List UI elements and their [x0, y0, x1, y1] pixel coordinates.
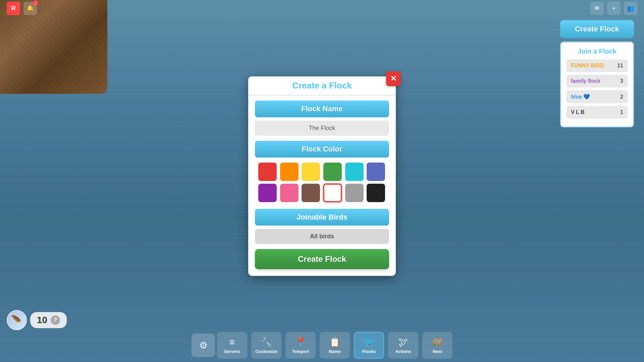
toolbar-item-teleport[interactable]: 📍Teleport: [285, 332, 316, 359]
flock-list-item[interactable]: blue 💙2: [566, 90, 628, 103]
join-flock-title: Join a Flock: [566, 48, 628, 55]
color-swatch-blue[interactable]: [367, 163, 385, 181]
toolbar-item-customize[interactable]: 🔧Customize: [251, 332, 281, 359]
color-swatch-black[interactable]: [367, 184, 385, 202]
joinable-birds-label: Joinable Birds: [255, 209, 389, 226]
toolbar-item-nest[interactable]: 🪺Nest: [422, 332, 452, 359]
color-swatch-purple[interactable]: [258, 184, 277, 202]
toolbar-items-container: ≡Servers🔧Customize📍Teleport📋Name🐦Flocks🕊…: [216, 332, 453, 359]
color-swatch-brown[interactable]: [302, 184, 320, 202]
flock-name-label: Flock Name: [255, 101, 389, 117]
flock-item-count: 2: [620, 94, 623, 100]
settings-toolbar-button[interactable]: ⚙: [192, 334, 215, 357]
feather-icon: 🪶: [7, 310, 27, 330]
toolbar-item-flocks[interactable]: 🐦Flocks: [354, 332, 384, 359]
color-swatch-white[interactable]: [323, 184, 342, 202]
score-bubble: 10 ?: [30, 312, 67, 328]
flock-item-count: 3: [620, 78, 623, 84]
toolbar-icon-name: 📋: [329, 337, 341, 348]
close-button[interactable]: ✕: [386, 71, 401, 86]
toolbar-label-teleport: Teleport: [292, 349, 309, 354]
top-left-icons: R 🔔 2: [7, 2, 37, 15]
toolbar-label-nest: Nest: [433, 349, 442, 354]
flock-list-item[interactable]: FUNNY BIRD11: [566, 59, 628, 72]
toolbar-icon-actions: 🕊: [398, 337, 408, 348]
notification-badge: 2: [33, 0, 38, 6]
flock-item-name: family flock: [571, 78, 600, 84]
toolbar-label-name: Name: [329, 349, 340, 354]
bottom-toolbar: ⚙ ≡Servers🔧Customize📍Teleport📋Name🐦Flock…: [0, 332, 644, 362]
help-button[interactable]: ?: [51, 315, 60, 325]
flock-list-item[interactable]: V L B1: [566, 106, 628, 119]
toolbar-icon-flocks: 🐦: [363, 337, 375, 348]
flock-list-item[interactable]: family flock3: [566, 75, 628, 87]
top-right-icons: 👁 + 👥: [590, 2, 637, 15]
toolbar-label-servers: Servers: [224, 349, 240, 354]
toolbar-icon-nest: 🪺: [432, 337, 443, 348]
add-icon-button[interactable]: +: [607, 2, 621, 15]
flock-color-label: Flock Color: [255, 141, 389, 158]
dialog-title: Create a Flock: [252, 80, 392, 91]
color-swatch-red[interactable]: [258, 163, 277, 181]
toolbar-icon-customize: 🔧: [261, 337, 272, 348]
flock-item-name: FUNNY BIRD: [571, 63, 604, 69]
flock-item-count: 1: [620, 109, 623, 115]
toolbar-item-servers[interactable]: ≡Servers: [217, 332, 247, 359]
people-icon-button[interactable]: 👥: [624, 2, 637, 15]
score-number: 10: [37, 315, 47, 325]
toolbar-item-actions[interactable]: 🕊Actions: [388, 332, 418, 359]
color-swatch-gray[interactable]: [345, 184, 364, 202]
flock-name-input[interactable]: [255, 121, 389, 136]
toolbar-icon-servers: ≡: [229, 337, 235, 348]
roblox-logo[interactable]: R: [7, 2, 20, 15]
notification-button[interactable]: 🔔 2: [23, 2, 37, 15]
right-panel: Create Flock Join a Flock FUNNY BIRD11fa…: [560, 20, 634, 127]
toolbar-label-flocks: Flocks: [362, 349, 376, 354]
create-flock-top-button[interactable]: Create Flock: [560, 20, 634, 38]
color-grid: [255, 161, 389, 204]
dialog-overlay: ✕ Create a Flock Flock Name Flock Color …: [0, 17, 644, 335]
player-score-area: 🪶 10 ?: [7, 310, 67, 330]
join-flock-panel: Join a Flock FUNNY BIRD11family flock3bl…: [560, 42, 634, 127]
top-bar: R 🔔 2 👁 + 👥: [0, 0, 644, 17]
toolbar-label-customize: Customize: [255, 349, 277, 354]
all-birds-button[interactable]: All birds: [255, 229, 389, 244]
flock-item-name: V L B: [571, 109, 585, 115]
toolbar-icon-teleport: 📍: [295, 337, 307, 348]
dialog-header: Create a Flock: [248, 76, 396, 96]
eye-icon-button[interactable]: 👁: [590, 2, 604, 15]
create-flock-dialog: ✕ Create a Flock Flock Name Flock Color …: [248, 76, 396, 276]
create-flock-button[interactable]: Create Flock: [255, 249, 389, 269]
color-swatch-green[interactable]: [323, 163, 342, 181]
flock-list: FUNNY BIRD11family flock3blue 💙2V L B1: [566, 59, 628, 119]
toolbar-item-name[interactable]: 📋Name: [320, 332, 350, 359]
color-swatch-pink[interactable]: [280, 184, 299, 202]
color-swatch-cyan[interactable]: [345, 163, 364, 181]
flock-item-count: 11: [617, 63, 623, 69]
toolbar-label-actions: Actions: [395, 349, 411, 354]
color-swatch-yellow[interactable]: [302, 163, 320, 181]
color-swatch-orange[interactable]: [280, 163, 299, 181]
flock-item-name: blue 💙: [571, 94, 590, 100]
